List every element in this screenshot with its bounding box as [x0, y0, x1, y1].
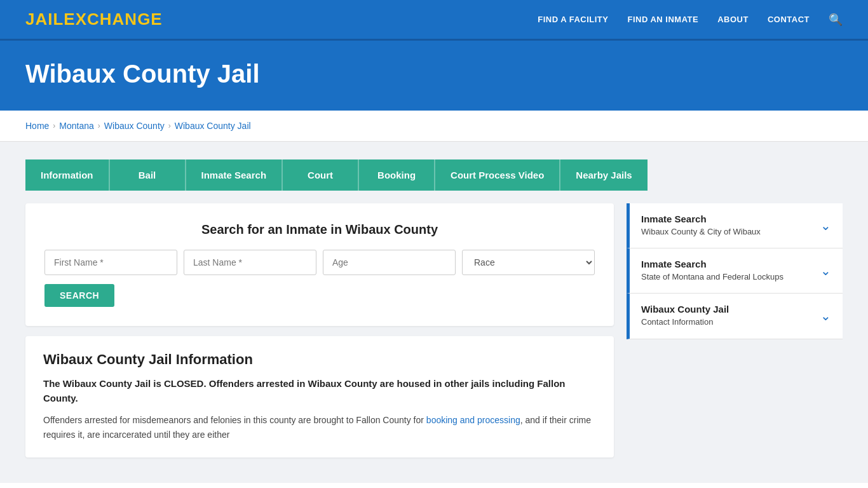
- tabs-wrapper: Information Bail Inmate Search Court Boo…: [0, 142, 868, 191]
- sidebar-card-subtitle-3: Contact Information: [641, 316, 729, 328]
- tab-court-process-video[interactable]: Court Process Video: [435, 159, 560, 191]
- chevron-down-icon-1: ⌄: [820, 218, 831, 233]
- sidebar-card-title-3: Wibaux County Jail: [641, 304, 729, 315]
- first-name-input[interactable]: [44, 250, 177, 275]
- logo-jail: JAIL: [25, 10, 64, 29]
- left-column: Search for an Inmate in Wibaux County Ra…: [25, 203, 614, 458]
- search-icon[interactable]: 🔍: [829, 13, 843, 27]
- breadcrumb-home[interactable]: Home: [25, 121, 49, 131]
- info-body-text-part1: Offenders arrested for misdemeanors and …: [43, 415, 426, 425]
- tabs-bar: Information Bail Inmate Search Court Boo…: [25, 159, 843, 191]
- inmate-search-box: Search for an Inmate in Wibaux County Ra…: [25, 203, 614, 326]
- right-sidebar: Inmate Search Wibaux County & City of Wi…: [627, 203, 843, 458]
- page-title: Wibaux County Jail: [25, 60, 843, 88]
- hero-banner: Wibaux County Jail: [0, 41, 868, 111]
- jail-info-box: Wibaux County Jail Information The Wibau…: [25, 336, 614, 458]
- sidebar-card-inmate-search-local[interactable]: Inmate Search Wibaux County & City of Wi…: [627, 203, 843, 248]
- chevron-down-icon-2: ⌄: [820, 263, 831, 278]
- age-input[interactable]: [323, 250, 456, 275]
- sidebar-card-subtitle-1: Wibaux County & City of Wibaux: [641, 226, 761, 238]
- last-name-input[interactable]: [184, 250, 316, 275]
- nav-find-inmate[interactable]: FIND AN INMATE: [627, 15, 698, 24]
- tab-inmate-search[interactable]: Inmate Search: [186, 159, 283, 191]
- sidebar-card-contact-info[interactable]: Wibaux County Jail Contact Information ⌄: [627, 294, 843, 339]
- nav-contact[interactable]: CONTACT: [768, 15, 810, 24]
- site-logo[interactable]: JAILEXCHANGE: [25, 10, 163, 29]
- tab-bail[interactable]: Bail: [110, 159, 186, 191]
- info-alert-text: The Wibaux County Jail is CLOSED. Offend…: [43, 377, 596, 405]
- logo-exchange: EXCHANGE: [64, 10, 162, 29]
- breadcrumb-sep-1: ›: [53, 121, 55, 130]
- sidebar-card-text-1: Inmate Search Wibaux County & City of Wi…: [641, 214, 761, 238]
- sidebar-card-title-1: Inmate Search: [641, 214, 761, 224]
- sidebar-card-text-3: Wibaux County Jail Contact Information: [641, 304, 729, 328]
- search-button[interactable]: SEARCH: [44, 284, 114, 307]
- breadcrumb-wibaux-jail[interactable]: Wibaux County Jail: [175, 121, 251, 131]
- booking-processing-link[interactable]: booking and processing: [426, 415, 520, 425]
- chevron-down-icon-3: ⌄: [820, 308, 831, 323]
- main-nav: FIND A FACILITY FIND AN INMATE ABOUT CON…: [538, 13, 843, 27]
- info-body-text: Offenders arrested for misdemeanors and …: [43, 413, 596, 442]
- sidebar-card-inmate-search-state[interactable]: Inmate Search State of Montana and Feder…: [627, 248, 843, 294]
- tab-nearby-jails[interactable]: Nearby Jails: [560, 159, 647, 191]
- tab-booking[interactable]: Booking: [359, 159, 435, 191]
- info-box-title: Wibaux County Jail Information: [43, 351, 596, 368]
- breadcrumb-sep-3: ›: [168, 121, 171, 130]
- site-header: JAILEXCHANGE FIND A FACILITY FIND AN INM…: [0, 0, 868, 41]
- main-content: Search for an Inmate in Wibaux County Ra…: [0, 191, 868, 483]
- tab-information[interactable]: Information: [25, 159, 110, 191]
- search-form-row: Race White Black Hispanic Asian Other: [44, 250, 595, 275]
- nav-find-facility[interactable]: FIND A FACILITY: [538, 15, 608, 24]
- sidebar-card-subtitle-2: State of Montana and Federal Lockups: [641, 271, 783, 283]
- tab-court[interactable]: Court: [283, 159, 359, 191]
- breadcrumb: Home › Montana › Wibaux County › Wibaux …: [0, 111, 868, 142]
- sidebar-card-title-2: Inmate Search: [641, 259, 783, 269]
- sidebar-card-text-2: Inmate Search State of Montana and Feder…: [641, 259, 783, 283]
- breadcrumb-sep-2: ›: [98, 121, 100, 130]
- race-select[interactable]: Race White Black Hispanic Asian Other: [462, 250, 595, 275]
- breadcrumb-montana[interactable]: Montana: [59, 121, 93, 131]
- search-box-title: Search for an Inmate in Wibaux County: [44, 222, 595, 237]
- breadcrumb-wibaux-county[interactable]: Wibaux County: [104, 121, 165, 131]
- nav-about[interactable]: ABOUT: [717, 15, 749, 24]
